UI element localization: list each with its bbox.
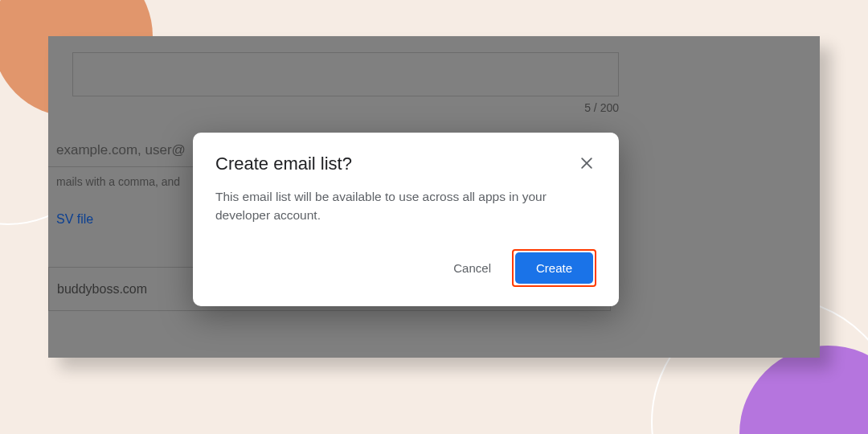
create-button-highlight: Create — [512, 249, 596, 287]
text-field-outline[interactable] — [72, 52, 619, 96]
create-button[interactable]: Create — [515, 252, 593, 284]
email-list-row-text: buddyboss.com — [57, 282, 147, 297]
dialog-body-text: This email list will be available to use… — [215, 187, 596, 225]
cancel-button[interactable]: Cancel — [444, 253, 501, 283]
dialog-title: Create email list? — [215, 154, 352, 174]
character-counter: 5 / 200 — [56, 101, 619, 114]
close-icon[interactable] — [577, 154, 596, 176]
create-email-list-dialog: Create email list? This email list will … — [193, 133, 619, 306]
dialog-actions: Cancel Create — [215, 249, 596, 287]
